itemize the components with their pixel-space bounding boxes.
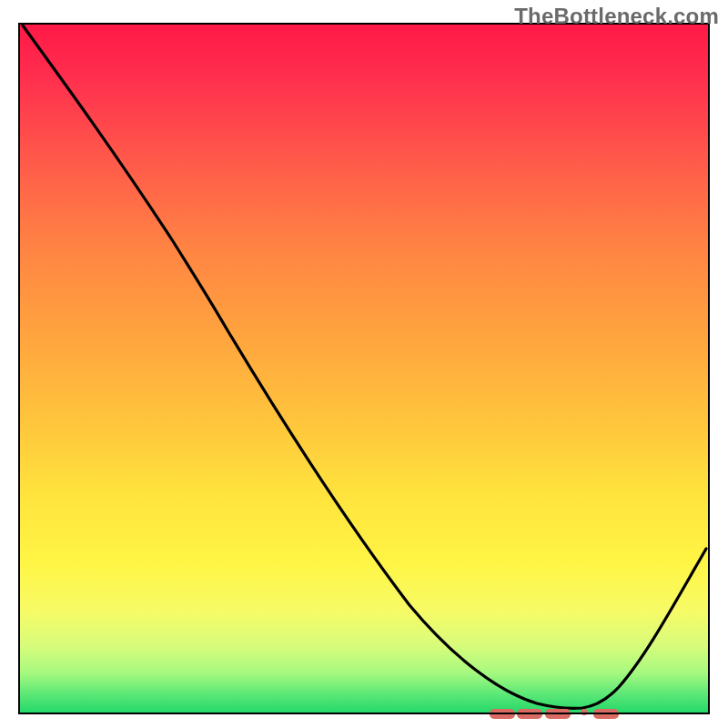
watermark-text: TheBottleneck.com xyxy=(514,4,719,29)
plot-area xyxy=(18,23,710,714)
bottleneck-chart: TheBottleneck.com xyxy=(0,0,728,728)
bottleneck-curve-path xyxy=(23,25,706,708)
curve-svg xyxy=(18,23,710,714)
